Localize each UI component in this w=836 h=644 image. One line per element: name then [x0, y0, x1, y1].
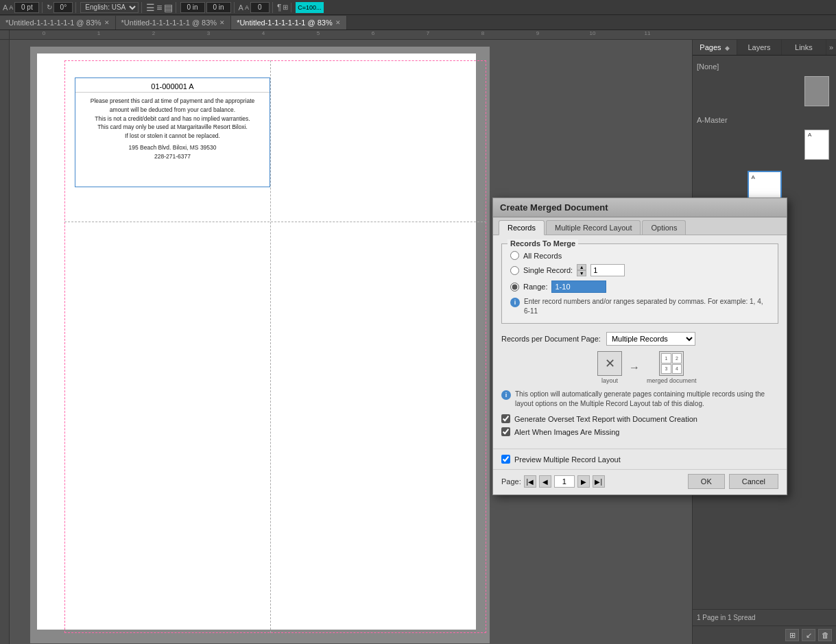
page1-a-label: A [752, 174, 755, 180]
range-radio[interactable] [510, 283, 519, 291]
ruler-tick-5: 5 [317, 30, 320, 36]
all-records-label: All Records [523, 252, 562, 260]
panel-tab-pages[interactable]: Pages ◆ [693, 40, 737, 55]
rotation-icon: ↻ [47, 3, 52, 11]
preview-checkbox[interactable] [501, 455, 510, 464]
ruler-tick-1: 1 [97, 30, 100, 36]
grid-cell-2: 2 [672, 353, 682, 363]
document-page: 01-000001 A Please present this card at … [30, 47, 490, 643]
card-line5: If lost or stolen it cannot be replaced. [81, 132, 264, 141]
dialog-tab-records[interactable]: Records [499, 220, 545, 235]
spacing2-input[interactable] [206, 2, 231, 13]
layers-tab-label: Layers [748, 43, 770, 51]
tab-3[interactable]: *Untitled-1-1-1-1-1-1 @ 83% ✕ [231, 16, 347, 29]
ruler-tick-0: 0 [43, 30, 45, 36]
rotation-input[interactable] [53, 2, 73, 13]
ruler-tick-6: 6 [372, 30, 374, 36]
spacing1-input[interactable] [180, 2, 205, 13]
layout-visual-col: ✕ layout [597, 351, 622, 384]
single-record-down[interactable]: ▼ [577, 270, 586, 276]
preview-row: Preview Multiple Record Layout [501, 455, 621, 464]
tab-2[interactable]: *Untitled-1-1-1-1-1-1 @ 83% ✕ [116, 16, 232, 29]
card-body: Please present this card at time of paym… [75, 93, 270, 165]
lang-group: English: USA [80, 2, 142, 13]
panel-tab-links[interactable]: Links [782, 40, 826, 55]
grid-cell-1: 1 [661, 353, 671, 363]
links-tab-label: Links [795, 43, 813, 51]
panel-footer-btns: ⊞ ↙ 🗑 [693, 625, 836, 644]
range-info-row: i Enter record numbers and/or ranges sep… [510, 297, 769, 316]
para-group: ¶ ⊞ [277, 3, 291, 12]
grid-cell-4: 4 [672, 364, 682, 374]
vertical-divider [270, 60, 271, 633]
ok-button[interactable]: OK [688, 474, 725, 489]
fontsize2b-icon: A [245, 4, 249, 11]
align-group: ☰ ≡ ▤ [146, 2, 176, 13]
per-page-info-row: i This option will automatically generat… [501, 390, 778, 409]
tab-3-label: *Untitled-1-1-1-1-1-1 @ 83% [237, 19, 333, 27]
panel-tab-layers[interactable]: Layers [737, 40, 782, 55]
cancel-button[interactable]: Cancel [729, 474, 778, 489]
horizontal-divider [64, 222, 486, 222]
single-record-stepper: ▲ ▼ [577, 264, 586, 276]
card-line4: This card may only be used at Margaritav… [81, 123, 264, 132]
page-nav-input[interactable] [554, 475, 575, 488]
panel-expand-btn[interactable]: » [826, 40, 836, 55]
page-first-btn[interactable]: |◀ [524, 475, 536, 488]
tab-2-close[interactable]: ✕ [219, 19, 225, 26]
single-record-up[interactable]: ▲ [577, 264, 586, 270]
none-thumb-container [697, 76, 829, 106]
per-page-select[interactable]: Multiple Records Single Record [606, 332, 695, 346]
alert-images-checkbox[interactable] [501, 427, 510, 436]
page-nav: Page: |◀ ◀ ▶ ▶| [501, 475, 605, 488]
grid-icon: ⊞ [283, 3, 288, 11]
panel-btn-1[interactable]: ⊞ [785, 629, 799, 641]
card-frame: 01-000001 A Please present this card at … [75, 77, 270, 187]
tab-3-close[interactable]: ✕ [335, 19, 341, 26]
merged-visual-col: 1 2 3 4 merged document [647, 351, 697, 384]
font-size-input[interactable] [14, 2, 39, 13]
ruler-ticks: 0 1 2 3 4 5 6 7 8 9 10 11 [10, 30, 836, 39]
panel-btn-3[interactable]: 🗑 [818, 629, 832, 641]
range-input[interactable] [551, 281, 606, 293]
range-info-icon: i [510, 298, 520, 307]
ruler-tick-8: 8 [481, 30, 484, 36]
dialog-bottom-bar: Page: |◀ ◀ ▶ ▶| OK Cancel [493, 469, 787, 494]
single-record-radio[interactable] [510, 266, 519, 275]
all-records-radio[interactable] [510, 251, 519, 260]
master-thumb-container: A [697, 130, 829, 160]
layout-x-icon: ✕ [605, 356, 615, 371]
tab-1[interactable]: *Untitled-1-1-1-1-1-1 @ 83% ✕ [0, 16, 116, 29]
generate-overset-row: Generate Overset Text Report with Docume… [501, 414, 778, 423]
fontsize2-input[interactable] [250, 2, 270, 13]
dialog-tab-options[interactable]: Options [642, 220, 686, 235]
page-last-btn[interactable]: ▶| [593, 475, 605, 488]
font-icon: A [3, 3, 8, 12]
top-toolbar: A A ↻ English: USA ☰ ≡ ▤ A A ¶ ⊞ C=100..… [0, 0, 836, 15]
ruler-corner [0, 30, 10, 40]
layout-label: layout [601, 377, 618, 384]
language-select[interactable]: English: USA [80, 2, 139, 13]
page-next-btn[interactable]: ▶ [577, 475, 590, 488]
tab-1-label: *Untitled-1-1-1-1-1-1 @ 83% [5, 19, 101, 27]
records-to-merge-section: Records To Merge All Records Single Reco… [501, 243, 778, 324]
single-record-input[interactable] [590, 264, 625, 276]
spread-info: 1 Page in 1 Spread [697, 614, 756, 621]
records-to-merge-label: Records To Merge [507, 239, 578, 248]
ruler-tick-3: 3 [207, 30, 210, 36]
dialog-action-btns: OK Cancel [688, 474, 778, 489]
dialog-tab-multiple-record[interactable]: Multiple Record Layout [546, 220, 641, 235]
range-row: Range: [510, 281, 769, 293]
ruler-tick-2: 2 [152, 30, 155, 36]
none-thumbnail [804, 76, 829, 106]
page-prev-btn[interactable]: ◀ [539, 475, 551, 488]
per-page-section: Records per Document Page: Multiple Reco… [501, 332, 778, 436]
panel-btn-2[interactable]: ↙ [802, 629, 815, 641]
card-address1: 195 Beach Blvd. Biloxi, MS 39530 [81, 143, 264, 152]
generate-overset-checkbox[interactable] [501, 414, 510, 423]
font-size-group: A A [3, 2, 43, 13]
spacing1-group [180, 2, 235, 13]
color-badge: C=100... [296, 2, 323, 13]
all-records-row: All Records [510, 251, 769, 260]
tab-1-close[interactable]: ✕ [104, 19, 110, 26]
